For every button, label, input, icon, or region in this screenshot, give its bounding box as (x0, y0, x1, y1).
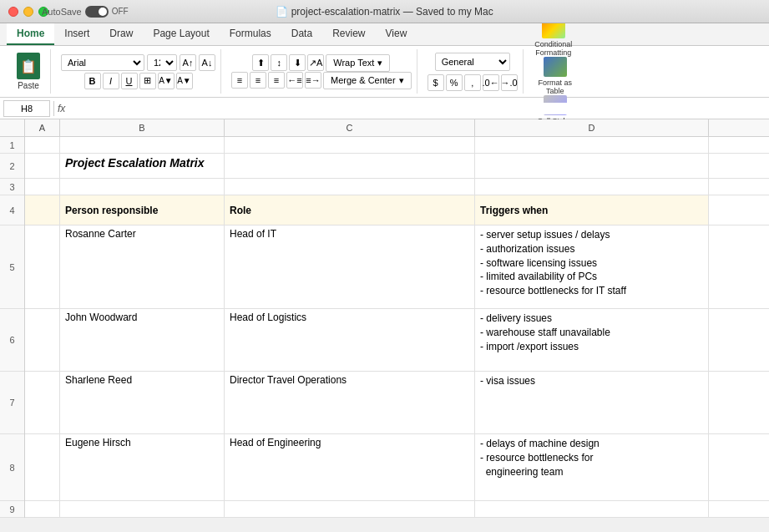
align-middle-button[interactable]: ↕ (271, 54, 287, 71)
cell-a4[interactable] (25, 195, 60, 225)
cell-a5[interactable] (25, 225, 60, 308)
cell-b8[interactable]: Eugene Hirsch (60, 434, 225, 500)
autosave-toggle[interactable] (85, 6, 109, 18)
cell-d1[interactable] (475, 137, 709, 153)
cell-c8[interactable]: Head of Engineering (225, 434, 475, 500)
cell-b9[interactable] (60, 501, 225, 517)
percent-button[interactable]: % (446, 74, 463, 91)
tab-draw[interactable]: Draw (99, 23, 143, 45)
align-bottom-button[interactable]: ⬇ (289, 54, 306, 71)
italic-button[interactable]: I (103, 73, 119, 89)
cell-d4[interactable]: Triggers when (475, 195, 709, 225)
table-row: Sharlene Reed Director Travel Operations… (25, 372, 769, 434)
row-num-4[interactable]: 4 (0, 195, 24, 225)
cell-c1[interactable] (225, 137, 475, 153)
tab-data[interactable]: Data (281, 23, 322, 45)
col-header-b[interactable]: B (60, 119, 225, 136)
cell-d5[interactable]: - server setup issues / delays - authori… (475, 225, 709, 308)
tab-insert[interactable]: Insert (54, 23, 99, 45)
cell-c7[interactable]: Director Travel Operations (225, 372, 475, 433)
row-num-5[interactable]: 5 (0, 225, 24, 309)
table-row (25, 137, 769, 154)
format-as-table-button[interactable]: Format as Table (537, 57, 574, 95)
tab-view[interactable]: View (376, 23, 417, 45)
cell-d2[interactable] (475, 154, 709, 178)
increase-decimal-button[interactable]: →.0 (501, 74, 518, 91)
font-color-button[interactable]: A▼ (176, 73, 193, 89)
paste-button[interactable]: 📋 Paste (12, 51, 45, 92)
tab-home[interactable]: Home (7, 23, 54, 45)
table-row (25, 501, 769, 518)
font-decrease-button[interactable]: A↓ (199, 54, 215, 71)
paste-icon: 📋 (17, 53, 40, 79)
cell-a8[interactable] (25, 434, 60, 500)
increase-indent-button[interactable]: ≡→ (305, 72, 321, 89)
minimize-button[interactable] (23, 7, 33, 17)
decrease-indent-button[interactable]: ←≡ (286, 72, 303, 89)
decrease-decimal-button[interactable]: .0← (483, 74, 499, 91)
underline-button[interactable]: U (121, 73, 138, 89)
font-selector[interactable]: Arial (61, 54, 144, 71)
table-row: Person responsible Role Triggers when (25, 195, 769, 225)
cell-d7[interactable]: - visa issues (475, 372, 709, 433)
tab-formulas[interactable]: Formulas (220, 23, 281, 45)
cell-b7[interactable]: Sharlene Reed (60, 372, 225, 433)
cell-b5[interactable]: Rosanne Carter (60, 225, 225, 308)
cell-c4[interactable]: Role (225, 195, 475, 225)
cell-c3[interactable] (225, 179, 475, 195)
cell-b6[interactable]: John Woodward (60, 309, 225, 371)
sheet-cols: Project Escalation Matrix Person respons… (25, 137, 769, 518)
align-center-button[interactable]: ≡ (250, 72, 266, 89)
fill-color-button[interactable]: A▼ (158, 73, 175, 89)
col-header-c[interactable]: C (225, 119, 475, 136)
tab-page-layout[interactable]: Page Layout (143, 23, 219, 45)
cell-d6[interactable]: - delivery issues - warehouse staff unav… (475, 309, 709, 371)
font-increase-button[interactable]: A↑ (180, 54, 196, 71)
row-num-1[interactable]: 1 (0, 137, 24, 154)
row-num-9[interactable]: 9 (0, 501, 24, 518)
font-size-selector[interactable]: 12 (147, 54, 177, 71)
align-left-button[interactable]: ≡ (231, 72, 248, 89)
align-right-button[interactable]: ≡ (268, 72, 285, 89)
row-num-6[interactable]: 6 (0, 309, 24, 372)
conditional-formatting-button[interactable]: Conditional Formatting (535, 18, 572, 57)
bold-button[interactable]: B (84, 73, 101, 89)
cell-d3[interactable] (475, 179, 709, 195)
close-button[interactable] (8, 7, 18, 17)
cell-c2[interactable] (225, 154, 475, 178)
cell-d9[interactable] (475, 501, 709, 517)
cell-c5[interactable]: Head of IT (225, 225, 475, 308)
row-num-3[interactable]: 3 (0, 179, 24, 195)
row-num-7[interactable]: 7 (0, 372, 24, 434)
cell-c9[interactable] (225, 501, 475, 517)
text-angle-button[interactable]: ↗A (307, 54, 324, 71)
comma-button[interactable]: , (464, 74, 481, 91)
cell-b4[interactable]: Person responsible (60, 195, 225, 225)
cell-reference-input[interactable] (3, 100, 50, 117)
cell-a9[interactable] (25, 501, 60, 517)
col-header-d[interactable]: D (475, 119, 709, 136)
cell-a7[interactable] (25, 372, 60, 433)
merge-center-button[interactable]: Merge & Center ▾ (323, 72, 412, 89)
align-top-button[interactable]: ⬆ (252, 54, 269, 71)
wrap-text-button[interactable]: Wrap Text ▾ (326, 54, 390, 72)
tab-review[interactable]: Review (322, 23, 375, 45)
format-row: B I U ⊞ A▼ A▼ (84, 73, 193, 89)
row-num-8[interactable]: 8 (0, 434, 24, 501)
cell-a1[interactable] (25, 137, 60, 153)
cell-d8[interactable]: - delays of machine design - resource bo… (475, 434, 709, 500)
number-format-selector[interactable]: General (435, 53, 510, 71)
cell-c6[interactable]: Head of Logistics (225, 309, 475, 371)
cell-a3[interactable] (25, 179, 60, 195)
row-num-2[interactable]: 2 (0, 154, 24, 179)
title-bar: AutoSave OFF 📄 project-escalation-matrix… (0, 0, 769, 23)
cell-b3[interactable] (60, 179, 225, 195)
borders-button[interactable]: ⊞ (139, 73, 156, 89)
col-header-a[interactable]: A (25, 119, 60, 136)
cell-a2[interactable] (25, 154, 60, 178)
cell-b2[interactable]: Project Escalation Matrix (60, 154, 225, 178)
currency-button[interactable]: $ (428, 74, 444, 91)
cell-b1[interactable] (60, 137, 225, 153)
cell-a6[interactable] (25, 309, 60, 371)
formula-input[interactable] (68, 103, 766, 114)
